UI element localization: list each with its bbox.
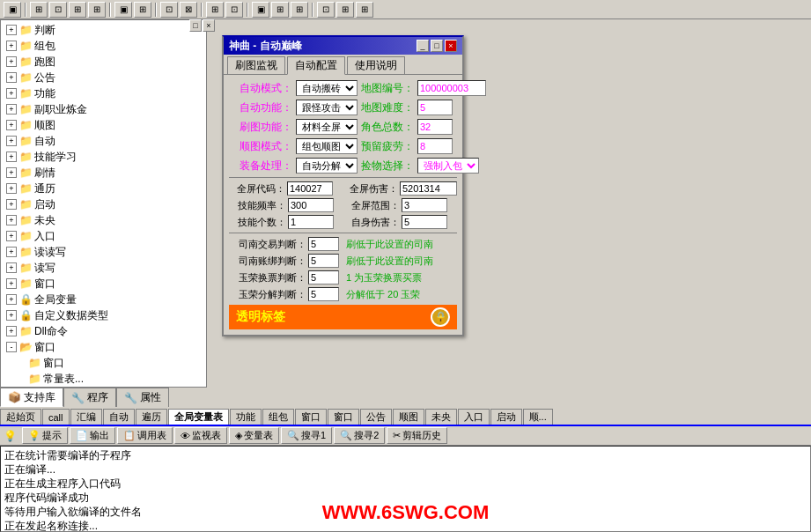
nav-tab-窗口1[interactable]: 窗口 — [295, 409, 327, 425]
toolbar-btn-8[interactable]: ⊡ — [160, 2, 178, 18]
input-fullscreen-damage[interactable] — [400, 181, 457, 196]
expand-读写[interactable]: + — [6, 262, 17, 273]
toolbar-btn-13[interactable]: ⊞ — [271, 2, 289, 18]
nav-tab-遍历[interactable]: 遍历 — [136, 409, 167, 425]
nav-tab-未央[interactable]: 未央 — [425, 409, 457, 425]
toolbar-btn-5[interactable]: ⊞ — [88, 2, 106, 18]
btn-剪辑历史[interactable]: ✂ 剪辑历史 — [387, 427, 447, 444]
toolbar-btn-7[interactable]: ⊞ — [134, 2, 151, 18]
nav-tab-功能[interactable]: 功能 — [230, 409, 262, 425]
tree-item-启动[interactable]: + 📁 启动 — [3, 196, 204, 212]
toolbar-btn-12[interactable]: ▣ — [252, 2, 269, 18]
tree-item-判断[interactable]: + 📁 判断 — [3, 22, 204, 38]
tree-item-顺图[interactable]: + 📁 顺图 — [3, 117, 204, 133]
expand-未央[interactable]: + — [6, 215, 17, 225]
tree-item-通历[interactable]: + 📁 通历 — [3, 181, 204, 196]
nav-tab-组包[interactable]: 组包 — [262, 409, 294, 425]
tree-item-dll命令[interactable]: + 📁 Dll命令 — [3, 323, 204, 339]
toolbar-btn-3[interactable]: ⊡ — [49, 2, 67, 18]
dialog-tab-刷图监视[interactable]: 刷图监视 — [227, 56, 285, 74]
mini-btn-restore[interactable]: □ — [189, 19, 202, 32]
tree-item-未央[interactable]: + 📁 未央 — [3, 212, 204, 228]
nav-tab-窗口2[interactable]: 窗口 — [328, 409, 359, 425]
nav-tab-顺省略[interactable]: 顺... — [523, 409, 553, 425]
expand-组包[interactable]: + — [6, 41, 17, 51]
dialog-minimize-btn[interactable]: _ — [417, 40, 429, 52]
nav-tab-顺图[interactable]: 顺图 — [393, 409, 424, 425]
tree-item-组包[interactable]: + 📁 组包 — [3, 38, 204, 54]
input-map-number[interactable] — [417, 80, 486, 96]
toolbar-btn-15[interactable]: ⊡ — [317, 2, 335, 18]
toolbar-btn-11[interactable]: ⊡ — [225, 2, 243, 18]
nav-tab-入口[interactable]: 入口 — [458, 409, 490, 425]
nav-tab-启动[interactable]: 启动 — [490, 409, 522, 425]
tree-item-读读写[interactable]: + 📁 读读写 — [3, 244, 204, 260]
expand-公告[interactable]: + — [6, 72, 17, 83]
input-corner-total[interactable] — [417, 119, 453, 135]
dialog-tab-自动配置[interactable]: 自动配置 — [287, 56, 345, 75]
select-auto-mode[interactable]: 自动搬砖 — [296, 80, 358, 96]
input-trade-judge[interactable] — [308, 237, 339, 251]
tree-item-跑图[interactable]: + 📁 跑图 — [3, 54, 204, 70]
toolbar-btn-10[interactable]: ⊞ — [206, 2, 224, 18]
tab-程序[interactable]: 🔧 程序 — [63, 388, 116, 407]
nav-tab-起始页[interactable]: 起始页 — [0, 409, 41, 425]
nav-tab-全局变量表[interactable]: 全局变量表 — [168, 409, 229, 425]
expand-顺图[interactable]: + — [6, 120, 17, 130]
expand-读读写[interactable]: + — [6, 247, 17, 257]
expand-窗口[interactable]: + — [6, 278, 17, 289]
expand-功能[interactable]: + — [6, 88, 17, 99]
dialog-close-btn[interactable]: × — [445, 40, 457, 52]
toolbar-btn-4[interactable]: ⊞ — [69, 2, 86, 18]
toolbar-btn-14[interactable]: ⊞ — [291, 2, 308, 18]
dialog-tab-使用说明[interactable]: 使用说明 — [347, 56, 405, 74]
input-yurong-buy[interactable] — [308, 270, 339, 284]
tree-item-自动[interactable]: + 📁 自动 — [3, 133, 204, 149]
tree-item-功能[interactable]: + 📁 功能 — [3, 85, 204, 101]
btn-提示[interactable]: 💡 提示 — [22, 427, 68, 444]
input-yurong-split[interactable] — [308, 287, 339, 301]
select-equip-handle[interactable]: 自动分解 — [296, 158, 358, 174]
tree-item-全局变量[interactable]: + 🔒 全局变量 — [3, 292, 204, 307]
tree-item-窗口[interactable]: + 📁 窗口 — [3, 276, 204, 292]
btn-搜寻2[interactable]: 🔍 搜寻2 — [334, 427, 385, 444]
expand-判断[interactable]: + — [6, 25, 17, 35]
tree-item-副职业炼金[interactable]: + 📁 副职业炼金 — [3, 101, 204, 117]
expand-跑图[interactable]: + — [6, 56, 17, 67]
input-account-judge[interactable] — [308, 254, 339, 268]
btn-搜寻1[interactable]: 🔍 搜寻1 — [281, 427, 332, 444]
select-pickup[interactable]: 强制入包 — [417, 158, 479, 174]
tree-view[interactable]: + 📁 判断 + 📁 组包 + 📁 跑图 + 📁 公告 + 📁 — [1, 20, 206, 387]
input-skill-freq[interactable] — [288, 198, 334, 212]
toolbar-btn-16[interactable]: ⊞ — [336, 2, 354, 18]
input-fullscreen-code[interactable] — [287, 181, 333, 196]
expand-自动[interactable]: + — [6, 136, 17, 146]
tree-item-自定义数据类型[interactable]: + 🔒 自定义数据类型 — [3, 307, 204, 323]
toolbar-btn-9[interactable]: ⊠ — [180, 2, 197, 18]
input-fullscreen-range[interactable] — [402, 198, 447, 212]
btn-变量表[interactable]: ◈ 变量表 — [229, 427, 279, 444]
input-reserve-fatigue[interactable] — [417, 138, 453, 154]
select-auto-func[interactable]: 跟怪攻击 — [296, 100, 358, 115]
expand-dll命令[interactable]: + — [6, 326, 17, 336]
tab-属性[interactable]: 🔧 属性 — [116, 388, 169, 407]
dialog-restore-btn[interactable]: □ — [431, 40, 443, 52]
tree-item-窗口2[interactable]: - 📂 窗口 — [3, 339, 204, 355]
btn-监视表[interactable]: 👁 监视表 — [174, 427, 227, 444]
expand-启动[interactable]: + — [6, 199, 17, 210]
mini-btn-close[interactable]: × — [203, 19, 215, 32]
expand-技能学习[interactable]: + — [6, 151, 17, 162]
expand-全局变量[interactable]: + — [6, 294, 17, 305]
tab-支持库[interactable]: 📦 支持库 — [0, 388, 63, 407]
input-self-damage[interactable] — [402, 215, 447, 229]
expand-通历[interactable]: + — [6, 183, 17, 194]
expand-入口[interactable]: + — [6, 231, 17, 241]
select-brush-func[interactable]: 材料全屏 — [296, 119, 358, 135]
expand-刷情[interactable]: + — [6, 167, 17, 178]
input-skill-count[interactable] — [288, 215, 334, 229]
tree-item-入口[interactable]: + 📁 入口 — [3, 228, 204, 244]
toolbar-btn-6[interactable]: ▣ — [114, 2, 132, 18]
nav-tab-公告[interactable]: 公告 — [360, 409, 392, 425]
nav-tab-自动[interactable]: 自动 — [103, 409, 135, 425]
expand-副职业炼金[interactable]: + — [6, 104, 17, 115]
